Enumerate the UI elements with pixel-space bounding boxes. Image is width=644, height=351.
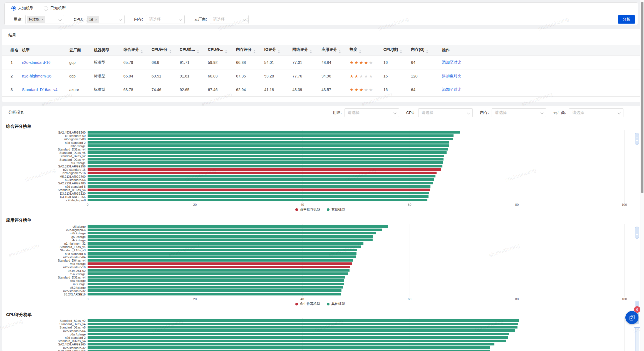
sort-carets-icon[interactable] [426,50,428,53]
analyze-button[interactable]: 分析 [618,15,635,24]
sort-carets-icon[interactable] [169,50,172,53]
chart-bar[interactable] [88,161,443,164]
chart-bar[interactable] [88,272,348,275]
legend-item[interactable]: 命中推荐机型 [295,207,320,212]
usage-select[interactable]: 标准型 × [25,15,64,24]
column-header-9[interactable]: IO评分 [264,45,292,56]
tag-close-icon[interactable]: × [41,18,44,21]
chart-bar[interactable] [88,242,363,245]
column-header-7[interactable]: CPU多... [208,45,236,56]
chart-bar[interactable] [88,192,429,194]
chart-bar[interactable] [88,336,508,339]
datazoom-handle[interactable] [634,324,641,328]
chart-bar[interactable] [88,155,444,157]
chart-bar[interactable] [88,148,448,151]
model-cell-link[interactable]: Standard_D16as_v4 [22,87,58,92]
radio-unknown-model[interactable]: 未知机型 [11,6,34,11]
sort-carets-icon[interactable] [253,50,256,53]
datazoom-slider[interactable] [635,133,639,145]
chart-bar[interactable] [88,329,515,332]
chart-bar[interactable] [88,138,453,140]
chart-bar[interactable] [88,286,343,289]
chart-bar[interactable] [88,326,517,329]
chart-bar-hit[interactable] [88,189,430,191]
chart-bar[interactable] [88,141,449,144]
chart-bar[interactable] [88,229,382,231]
report-memory-select[interactable]: 请选择 [492,108,546,117]
legend-item[interactable]: 命中推荐机型 [295,302,320,306]
chart-bar[interactable] [88,178,434,181]
sort-carets-icon[interactable] [400,50,402,53]
chart-bar[interactable] [88,343,494,345]
report-usage-select[interactable]: 请选择 [345,108,399,117]
sort-carets-icon[interactable] [310,50,312,53]
scrollbar-thumb[interactable] [641,2,643,193]
chart-bar[interactable] [88,182,433,184]
chart-bar[interactable] [88,239,373,241]
sort-carets-icon[interactable] [141,50,143,53]
column-header-12[interactable]: 热度 [350,45,383,56]
chart-bar[interactable] [88,232,376,234]
chart-bar[interactable] [88,255,356,258]
report-cpu-select[interactable]: 请选择 [418,108,473,117]
sort-carets-icon[interactable] [359,50,361,53]
report-vendor-select[interactable]: 请选择 [569,108,623,117]
chart-bar[interactable] [88,346,490,349]
chart-bar[interactable] [88,158,444,161]
chart-bar[interactable] [88,269,350,272]
action-cell-link[interactable]: 添加至对比 [442,74,462,78]
chart-bar[interactable] [88,199,427,201]
chart-bar-hit[interactable] [88,262,352,265]
chart-bar[interactable] [88,289,341,292]
chart-bar[interactable] [88,279,344,282]
legend-item[interactable]: 其他机型 [327,302,345,306]
sort-carets-icon[interactable] [339,50,341,53]
column-header-10[interactable]: 网络评分 [293,45,321,56]
compare-floating-button[interactable] [625,311,638,324]
chart-bar[interactable] [88,225,388,228]
model-cell-link[interactable]: n2d-highmem-16 [22,74,51,78]
chart-bar[interactable] [88,151,447,154]
chart-bar[interactable] [88,185,430,188]
column-header-11[interactable]: 应用评分 [321,45,350,56]
chart-bar[interactable] [88,245,361,248]
radio-known-model[interactable]: 已知机型 [44,6,66,11]
action-cell-link[interactable]: 添加至对比 [442,87,462,92]
memory-select[interactable]: 请选择 [146,15,185,24]
chart-bar-hit[interactable] [88,172,437,174]
tag-close-icon[interactable]: × [95,18,97,21]
chart-bar[interactable] [88,323,518,325]
chart-bar[interactable] [88,249,357,251]
sort-carets-icon[interactable] [197,50,199,53]
column-header-4[interactable]: 综合评分 [123,45,152,56]
chart-bar-hit[interactable] [88,168,441,171]
chart-bar[interactable] [88,134,454,137]
chart-bar[interactable] [88,293,341,295]
chart-bar[interactable] [88,276,345,279]
action-cell-link[interactable]: 添加至对比 [442,60,462,64]
chart-bar[interactable] [88,283,344,285]
chart-bar[interactable] [88,350,490,351]
model-cell-link[interactable]: n2d-standard-16 [22,60,51,65]
column-header-5[interactable]: CPU评分 [152,45,180,56]
chart-bar[interactable] [88,144,449,147]
legend-item[interactable]: 其他机型 [327,207,345,212]
chart-bar[interactable] [88,175,435,177]
datazoom-slider[interactable] [635,227,639,239]
chart-bar[interactable] [88,340,506,342]
chart-bar-hit[interactable] [88,266,350,268]
vendor-select[interactable]: 请选择 [210,15,249,24]
chart-bar[interactable] [88,319,519,322]
column-header-6[interactable]: CPU单... [180,45,208,56]
column-header-13[interactable]: CPU(核) [383,45,411,56]
chart-bar[interactable] [88,259,353,262]
column-header-14[interactable]: 内存(G) [411,45,442,56]
cpu-select[interactable]: 16 × [86,15,125,24]
chart-bar[interactable] [88,252,356,255]
column-header-8[interactable]: 内存评分 [236,45,264,56]
sort-carets-icon[interactable] [278,50,280,53]
chart-bar[interactable] [88,195,428,198]
chart-bar[interactable] [88,131,460,134]
chart-bar[interactable] [88,165,442,167]
chart-bar[interactable] [88,333,509,335]
